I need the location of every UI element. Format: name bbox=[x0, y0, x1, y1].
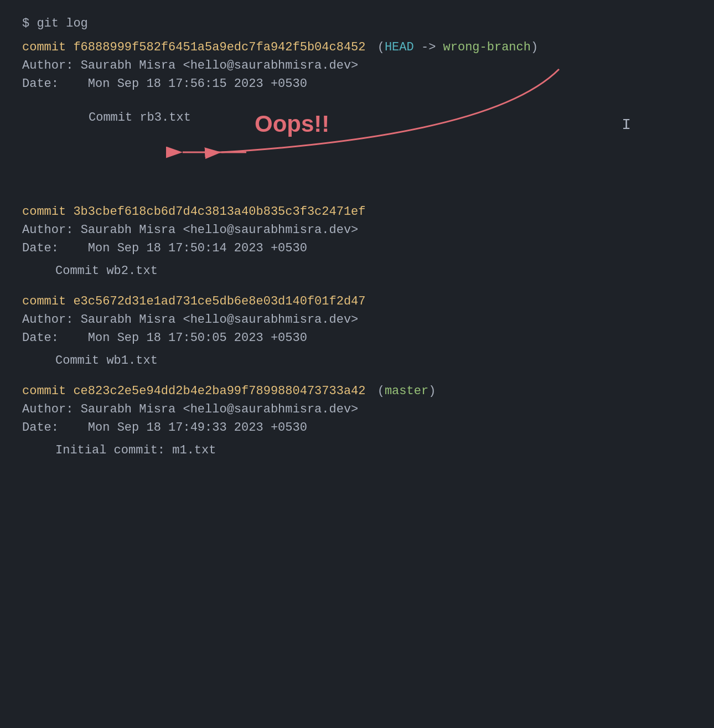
ref-info-4: (master) bbox=[377, 384, 436, 398]
commit-message-2: Commit wb2.txt bbox=[55, 264, 692, 278]
head-label: HEAD bbox=[385, 40, 414, 54]
commit-hash-line-2: commit 3b3cbef618cb6d7d4c3813a40b835c3f3… bbox=[22, 205, 692, 219]
date-value-3: Mon Sep 18 17:50:05 2023 +0530 bbox=[88, 331, 307, 345]
date-line-2: Date: Mon Sep 18 17:50:14 2023 +0530 bbox=[22, 241, 692, 255]
prompt-line: $ git log bbox=[22, 17, 692, 30]
commit-block-4: commit ce823c2e5e94dd2b4e2ba99f789988047… bbox=[22, 384, 692, 457]
branch-master: master bbox=[385, 384, 428, 398]
commit-keyword-3: commit bbox=[22, 295, 73, 308]
commit-keyword-1: commit bbox=[22, 40, 73, 54]
author-value-1: Saurabh Misra <hello@saurabhmisra.dev> bbox=[81, 59, 359, 73]
date-value-1: Mon Sep 18 17:56:15 2023 +0530 bbox=[88, 77, 307, 91]
date-line-1: Date: Mon Sep 18 17:56:15 2023 +0530 bbox=[22, 77, 692, 91]
commit-hash-1: f6888999f582f6451a5a9edc7fa942f5b04c8452 bbox=[73, 40, 365, 54]
author-value-2: Saurabh Misra <hello@saurabhmisra.dev> bbox=[81, 223, 359, 237]
commit-block-1: commit f6888999f582f6451a5a9edc7fa942f5b… bbox=[22, 40, 692, 188]
author-line-1: Author: Saurabh Misra <hello@saurabhmisr… bbox=[22, 59, 692, 73]
author-line-2: Author: Saurabh Misra <hello@saurabhmisr… bbox=[22, 223, 692, 237]
prompt-text: $ git log bbox=[22, 17, 88, 30]
commit-message-4: Initial commit: m1.txt bbox=[55, 443, 692, 457]
commit-keyword-4: commit bbox=[22, 384, 73, 398]
commit-hash-3: e3c5672d31e1ad731ce5db6e8e03d140f01f2d47 bbox=[73, 295, 365, 308]
date-label-4: Date: bbox=[22, 421, 88, 435]
commit-block-2: commit 3b3cbef618cb6d7d4c3813a40b835c3f3… bbox=[22, 205, 692, 278]
date-label-1: Date: bbox=[22, 77, 88, 91]
arrow-1: -> bbox=[414, 40, 443, 54]
author-value-4: Saurabh Misra <hello@saurabhmisra.dev> bbox=[81, 402, 359, 416]
cursor-symbol: I bbox=[622, 116, 631, 133]
date-value-2: Mon Sep 18 17:50:14 2023 +0530 bbox=[88, 241, 307, 255]
commit-block-3: commit e3c5672d31e1ad731ce5db6e8e03d140f… bbox=[22, 295, 692, 368]
date-value-4: Mon Sep 18 17:49:33 2023 +0530 bbox=[88, 421, 307, 435]
commit-hash-4: ce823c2e5e94dd2b4e2ba99f7899880473733a42 bbox=[73, 384, 365, 398]
annotation-area: Commit rb3.txt Oops!! I bbox=[22, 100, 692, 188]
oops-label: Oops!! bbox=[255, 111, 329, 137]
commit-hash-line-4: commit ce823c2e5e94dd2b4e2ba99f789988047… bbox=[22, 384, 692, 398]
commit-keyword-2: commit bbox=[22, 205, 73, 219]
commit-message-1: Commit rb3.txt bbox=[89, 111, 191, 125]
branch-wrong: wrong-branch bbox=[443, 40, 531, 54]
author-label-1: Author: bbox=[22, 59, 81, 73]
date-label-2: Date: bbox=[22, 241, 88, 255]
author-label-4: Author: bbox=[22, 402, 81, 416]
date-label-3: Date: bbox=[22, 331, 88, 345]
author-value-3: Saurabh Misra <hello@saurabhmisra.dev> bbox=[81, 313, 359, 327]
date-line-3: Date: Mon Sep 18 17:50:05 2023 +0530 bbox=[22, 331, 692, 345]
commit-hash-line-1: commit f6888999f582f6451a5a9edc7fa942f5b… bbox=[22, 40, 692, 54]
ref-info-1: (HEAD -> wrong-branch) bbox=[377, 40, 538, 54]
author-label-3: Author: bbox=[22, 313, 81, 327]
commit-message-3: Commit wb1.txt bbox=[55, 354, 692, 368]
author-line-4: Author: Saurabh Misra <hello@saurabhmisr… bbox=[22, 402, 692, 416]
author-label-2: Author: bbox=[22, 223, 81, 237]
commit-hash-line-3: commit e3c5672d31e1ad731ce5db6e8e03d140f… bbox=[22, 295, 692, 308]
date-line-4: Date: Mon Sep 18 17:49:33 2023 +0530 bbox=[22, 421, 692, 435]
terminal-window: $ git log commit f6888999f582f6451a5a9ed… bbox=[22, 17, 692, 457]
author-line-3: Author: Saurabh Misra <hello@saurabhmisr… bbox=[22, 313, 692, 327]
commit-hash-2: 3b3cbef618cb6d7d4c3813a40b835c3f3c2471ef bbox=[73, 205, 365, 219]
